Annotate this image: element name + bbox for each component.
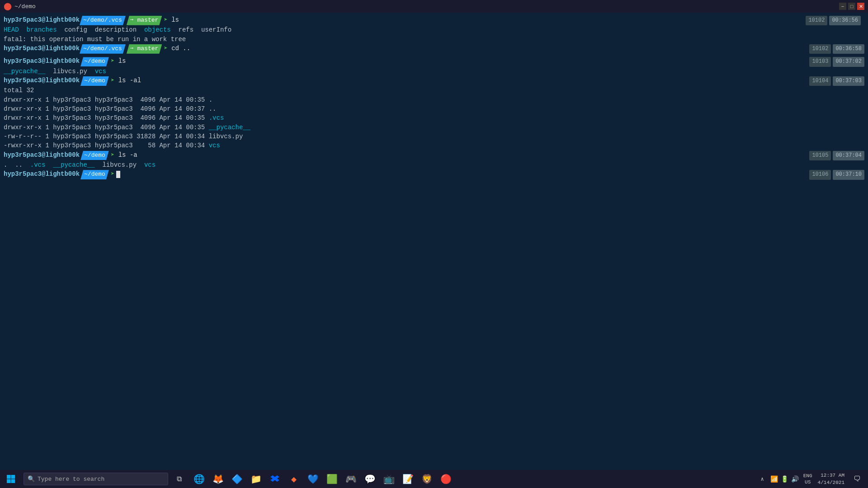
svg-rect-1: [11, 475, 15, 479]
time-label: 12:37 AM: [818, 472, 844, 479]
language-block[interactable]: ENG US: [803, 473, 812, 486]
edge-icon: 🔷: [231, 474, 243, 485]
taskbar: 🔍 Type here to search ⧉ 🌐 🦊 🔷 📁 ◆ 💙: [0, 470, 868, 488]
taskbar-app-teams[interactable]: 💬: [361, 470, 379, 488]
close-button[interactable]: ✕: [857, 3, 864, 10]
timestamp-3: 10103 00:37:02: [809, 57, 864, 66]
terminal-line-2: hyp3r5pac3@lightb00k ~/demo/.vcs ➙ maste…: [4, 44, 864, 54]
locale-label: US: [803, 479, 812, 485]
battery-icon[interactable]: 🔋: [781, 475, 788, 483]
chrome-icon: 🌐: [193, 474, 205, 485]
taskbar-app-files[interactable]: 📁: [247, 470, 265, 488]
timestamp-2: 10102 00:36:58: [809, 44, 864, 54]
taskbar-app-joplin[interactable]: 📝: [399, 470, 417, 488]
title-bar: ⬤ ~/demo − □ ✕: [0, 0, 868, 13]
terminal-output-lsa: . .. .vcs __pycache__ libvcs.py vcs: [4, 160, 864, 169]
dir-label-6: ~/demo: [80, 170, 109, 179]
title-bar-controls: − □ ✕: [839, 3, 864, 10]
terminal-line-4: hyp3r5pac3@lightb00k ~/demo ➤ ls -al 101…: [4, 76, 864, 86]
language-label: ENG: [803, 473, 812, 479]
files-icon: 📁: [250, 474, 262, 485]
terminal-output-vcsdir: drwxr-xr-x 1 hyp3r5pac3 hyp3r5pac3 4096 …: [4, 113, 864, 122]
dir-label-4: ~/demo: [80, 76, 109, 86]
windows-logo-icon: [6, 474, 15, 483]
dropbox-icon: [270, 474, 279, 483]
taskbar-app-firefox[interactable]: 🦊: [209, 470, 227, 488]
twitch-icon: 📺: [383, 474, 395, 485]
minimize-button[interactable]: −: [839, 3, 846, 10]
terminal-output-dot: drwxr-xr-x 1 hyp3r5pac3 hyp3r5pac3 4096 …: [4, 95, 864, 104]
terminal-output-1: HEAD branches config description objects…: [4, 25, 864, 34]
svg-rect-2: [7, 479, 11, 483]
task-view-icon: ⧉: [177, 475, 182, 483]
teams-icon: 💬: [364, 474, 376, 485]
joplin-icon: 📝: [402, 474, 414, 485]
firefox-icon: 🦊: [212, 474, 224, 485]
dir-label-1: ~/demo/.vcs: [80, 16, 126, 25]
terminal-output-libvcs: -rw-r--r-- 1 hyp3r5pac3 hyp3r5pac3 31828…: [4, 132, 864, 141]
search-placeholder-text: Type here to search: [38, 476, 104, 483]
start-button[interactable]: [0, 470, 22, 488]
ubuntu-icon: 🔴: [440, 474, 452, 485]
vscode-icon: 💙: [307, 474, 319, 485]
terminal-line-5: hyp3r5pac3@lightb00k ~/demo ➤ ls -a 1010…: [4, 150, 864, 160]
taskbar-app-chrome[interactable]: 🌐: [190, 470, 208, 488]
svg-marker-4: [270, 475, 279, 482]
taskbar-app-twitch[interactable]: 📺: [380, 470, 398, 488]
volume-icon[interactable]: 🔊: [791, 475, 799, 483]
terminal-window: ⬤ ~/demo − □ ✕ hyp3r5pac3@lightb00k ~/de…: [0, 0, 868, 470]
terminal-output-3: __pycache__ libvcs.py vcs: [4, 67, 864, 76]
terminal-body: hyp3r5pac3@lightb00k ~/demo/.vcs ➙ maste…: [0, 13, 868, 470]
taskbar-app-edge[interactable]: 🔷: [228, 470, 246, 488]
terminal-line-6: hyp3r5pac3@lightb00k ~/demo ➤ 10106 00:3…: [4, 169, 864, 179]
dir-label-5: ~/demo: [80, 151, 109, 160]
branch-label-2: ➙ master: [127, 44, 162, 54]
title-bar-title: ⬤ ~/demo: [4, 2, 36, 11]
terminal-output-2: fatal: this operation must be run in a w…: [4, 35, 864, 44]
svg-rect-0: [7, 475, 11, 479]
terminal-icon: ⬤: [4, 2, 12, 11]
dir-label-2: ~/demo/.vcs: [80, 44, 126, 54]
taskbar-app-sublime[interactable]: ◆: [285, 470, 303, 488]
terminal-line-1: hyp3r5pac3@lightb00k ~/demo/.vcs ➙ maste…: [4, 15, 864, 25]
taskbar-app-discord[interactable]: 🎮: [342, 470, 360, 488]
terminal-output-vcs: -rwxr-xr-x 1 hyp3r5pac3 hyp3r5pac3 58 Ap…: [4, 141, 864, 150]
clock-block[interactable]: 12:37 AM 4/14/2021: [814, 472, 848, 487]
sys-icons: 📶 🔋 🔊: [768, 475, 802, 483]
cursor: [116, 171, 120, 178]
notification-button[interactable]: 🗨: [850, 470, 864, 488]
taskbar-search-bar[interactable]: 🔍 Type here to search: [24, 473, 168, 485]
maximize-button[interactable]: □: [848, 3, 855, 10]
chevron-up-icon: ∧: [761, 476, 764, 483]
svg-rect-3: [11, 479, 15, 483]
taskbar-app-dropbox[interactable]: [266, 470, 284, 488]
task-view-button[interactable]: ⧉: [170, 470, 188, 488]
timestamp-6: 10106 00:37:10: [809, 170, 864, 179]
terminal-line-3: hyp3r5pac3@lightb00k ~/demo ➤ ls 10103 0…: [4, 56, 864, 66]
dir-label-3: ~/demo: [80, 57, 109, 66]
sublime-icon: ◆: [291, 474, 297, 485]
search-icon: 🔍: [28, 475, 35, 483]
system-tray: ∧ 📶 🔋 🔊 ENG US 12:37 AM 4/14/2021 🗨: [755, 470, 868, 488]
taskbar-app-ubuntu[interactable]: 🔴: [437, 470, 455, 488]
terminal-output-pycache: drwxr-xr-x 1 hyp3r5pac3 hyp3r5pac3 4096 …: [4, 123, 864, 132]
taskbar-app-vscode[interactable]: 💙: [304, 470, 322, 488]
terminal-output-dotdot: drwxr-xr-x 1 hyp3r5pac3 hyp3r5pac3 4096 …: [4, 104, 864, 113]
network-icon[interactable]: 📶: [770, 475, 778, 483]
date-label: 4/14/2021: [818, 479, 844, 487]
timestamp-4: 10104 00:37:03: [809, 76, 864, 86]
taskbar-app-app1[interactable]: 🟩: [323, 470, 341, 488]
discord-icon: 🎮: [345, 474, 357, 485]
taskbar-apps: 🌐 🦊 🔷 📁 ◆ 💙 🟩 🎮 💬: [188, 470, 755, 488]
timestamp-1: 10102 00:36:56: [806, 16, 861, 25]
timestamp-5: 10105 00:37:04: [809, 151, 864, 160]
brave-icon: 🦁: [421, 474, 433, 485]
terminal-output-total: total 32: [4, 86, 864, 95]
notification-icon: 🗨: [854, 475, 861, 483]
app1-icon: 🟩: [326, 474, 338, 485]
branch-label-1: ➙ master: [127, 16, 162, 25]
taskbar-app-brave[interactable]: 🦁: [418, 470, 436, 488]
sys-tray-overflow[interactable]: ∧: [759, 476, 766, 483]
